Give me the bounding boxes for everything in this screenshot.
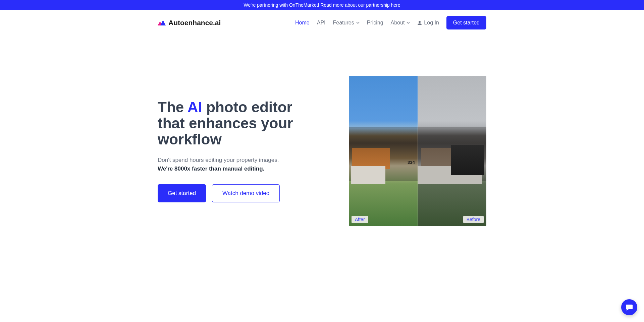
nav-about[interactable]: About — [391, 20, 410, 26]
comparison-divider — [418, 76, 418, 226]
hero-title: The AI photo editor that enhances your w… — [158, 99, 315, 148]
hero-watch-demo-button[interactable]: Watch demo video — [212, 184, 280, 202]
hero-buttons: Get started Watch demo video — [158, 184, 315, 202]
nav-home[interactable]: Home — [295, 20, 310, 26]
svg-point-0 — [419, 21, 421, 23]
label-after: After — [352, 216, 368, 223]
logo[interactable]: Autoenhance.ai — [158, 19, 221, 27]
nav-pricing[interactable]: Pricing — [367, 20, 383, 26]
brand-name: Autoenhance.ai — [168, 19, 221, 27]
nav-features-label: Features — [333, 20, 354, 26]
hero-get-started-button[interactable]: Get started — [158, 184, 206, 202]
nav-login[interactable]: Log In — [417, 20, 439, 26]
logo-mark-icon — [158, 19, 166, 26]
hero-section: The AI photo editor that enhances your w… — [158, 36, 486, 246]
chevron-down-icon — [356, 22, 360, 24]
header: Autoenhance.ai Home API Features Pricing… — [158, 10, 486, 36]
hero-title-pre: The — [158, 99, 187, 115]
nav-cta-button[interactable]: Get started — [446, 16, 486, 29]
image-after-side: 334 — [349, 76, 418, 226]
nav-login-label: Log In — [424, 20, 439, 26]
image-before-side — [418, 76, 486, 226]
label-before: Before — [463, 216, 484, 223]
hero-comparison-image: 334 After Before — [349, 76, 486, 226]
hero-subtitle: Don't spend hours editing your property … — [158, 156, 315, 165]
nav-api[interactable]: API — [317, 20, 326, 26]
nav-features[interactable]: Features — [333, 20, 360, 26]
announcement-text: We're partnering with OnTheMarket! Read … — [244, 2, 400, 8]
main-nav: Home API Features Pricing About Log In G… — [295, 16, 486, 29]
chevron-down-icon — [407, 22, 410, 24]
hero-text: The AI photo editor that enhances your w… — [158, 99, 315, 203]
hero-subtitle-bold: We're 8000x faster than manual editing. — [158, 166, 315, 172]
house-number: 334 — [408, 160, 415, 165]
nav-about-label: About — [391, 20, 405, 26]
hero-title-accent: AI — [187, 99, 202, 115]
announcement-bar[interactable]: We're partnering with OnTheMarket! Read … — [0, 0, 644, 10]
user-icon — [417, 20, 422, 25]
